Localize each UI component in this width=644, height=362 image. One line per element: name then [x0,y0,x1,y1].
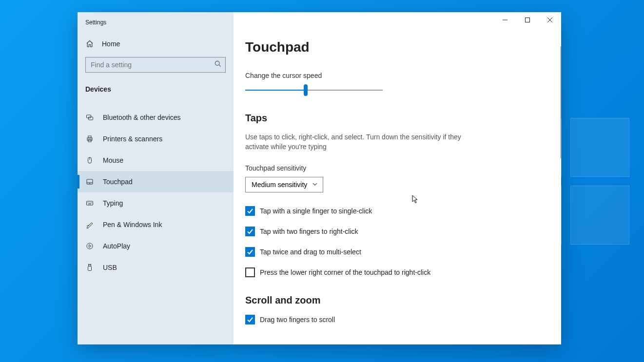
settings-window: Settings Home Devices Bluetooth & other … [78,12,561,344]
taps-description: Use taps to click, right-click, and sele… [245,133,469,152]
nav-list: Bluetooth & other devices Printers & sca… [78,107,234,278]
svg-rect-20 [89,265,91,267]
checkbox-label: Tap twice and drag to multi-select [260,248,361,256]
page-title: Touchpad [245,39,549,55]
svg-point-13 [87,202,88,203]
cursor-speed-label: Change the cursor speed [245,72,549,79]
titlebar-buttons [494,12,561,28]
touchpad-icon [85,177,94,186]
maximize-button[interactable] [516,12,539,28]
checkbox-label: Press the lower right corner of the touc… [260,268,430,276]
close-button[interactable] [539,12,561,28]
checkbox-label: Tap with a single finger to single-click [260,207,372,215]
checkbox-tap-twice-drag[interactable]: Tap twice and drag to multi-select [245,247,549,257]
chevron-down-icon [312,181,318,189]
sidebar-item-label: Mouse [103,156,123,164]
sidebar-item-bluetooth[interactable]: Bluetooth & other devices [78,107,234,128]
sidebar: Settings Home Devices Bluetooth & other … [78,12,234,344]
sidebar-item-label: Touchpad [103,178,133,186]
svg-rect-21 [88,267,92,271]
svg-rect-5 [88,136,91,138]
sidebar-item-mouse[interactable]: Mouse [78,150,234,171]
svg-point-14 [89,202,89,203]
checkbox-icon [245,267,255,277]
svg-rect-12 [87,201,93,205]
checkbox-two-finger-tap[interactable]: Tap with two fingers to right-click [245,227,549,236]
sensitivity-dropdown[interactable]: Medium sensitivity [245,177,323,192]
checkbox-single-tap[interactable]: Tap with a single finger to single-click [245,206,549,216]
sidebar-item-label: Pen & Windows Ink [103,221,162,229]
keyboard-icon [85,199,94,208]
sensitivity-label: Touchpad sensitivity [245,164,549,172]
mouse-icon [85,156,94,165]
checkbox-label: Drag two fingers to scroll [260,316,335,324]
slider-thumb[interactable] [304,84,308,96]
checkbox-drag-scroll[interactable]: Drag two fingers to scroll [245,315,549,324]
checkbox-icon [245,227,255,236]
scroll-zoom-title: Scroll and zoom [245,295,549,306]
sidebar-item-label: AutoPlay [103,242,130,250]
sidebar-item-label: USB [103,264,117,271]
sidebar-item-typing[interactable]: Typing [78,192,234,214]
usb-icon [85,263,94,272]
printer-icon [85,134,94,143]
sidebar-item-autoplay[interactable]: AutoPlay [78,235,234,257]
checkbox-label: Tap with two fingers to right-click [260,228,358,235]
search-input[interactable] [91,61,215,69]
scrollbar[interactable] [560,46,561,158]
sensitivity-value: Medium sensitivity [252,181,307,189]
sidebar-item-label: Printers & scanners [103,135,162,143]
bluetooth-icon [85,113,94,122]
minimize-button[interactable] [494,12,516,28]
sidebar-item-label: Bluetooth & other devices [103,114,181,121]
sidebar-item-label: Typing [103,199,123,207]
svg-point-15 [90,202,91,203]
sidebar-item-touchpad[interactable]: Touchpad [78,171,234,192]
cursor-speed-slider[interactable] [245,84,383,96]
section-title: Devices [78,78,234,99]
home-icon [85,39,94,48]
svg-point-0 [215,61,219,65]
svg-marker-19 [89,245,92,248]
home-label: Home [102,40,120,48]
svg-line-1 [219,65,221,67]
checkbox-icon [245,315,255,324]
svg-rect-25 [526,18,530,22]
checkbox-lower-right[interactable]: Press the lower right corner of the touc… [245,267,549,277]
home-button[interactable]: Home [78,35,234,53]
search-box[interactable] [85,57,226,73]
checkbox-icon [245,247,255,257]
taps-title: Taps [245,113,549,124]
content-area: Touchpad Change the cursor speed Taps Us… [234,12,561,344]
sidebar-item-usb[interactable]: USB [78,257,234,278]
sidebar-item-pen[interactable]: Pen & Windows Ink [78,214,234,235]
svg-point-18 [87,243,93,249]
pen-icon [85,220,94,229]
search-icon [215,60,221,69]
svg-point-16 [92,202,92,203]
checkbox-icon [245,206,255,216]
app-title: Settings [78,18,234,35]
autoplay-icon [85,242,94,250]
sidebar-item-printers[interactable]: Printers & scanners [78,128,234,150]
